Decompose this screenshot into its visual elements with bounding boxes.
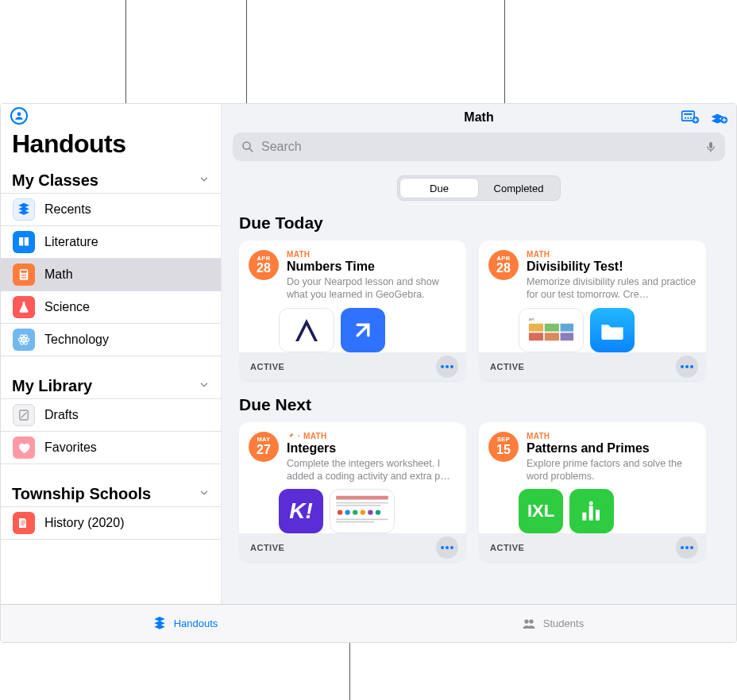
- card-subject: · MATH: [287, 432, 457, 440]
- svg-point-57: [685, 546, 689, 549]
- svg-rect-38: [336, 496, 388, 500]
- svg-point-9: [23, 339, 25, 341]
- sidebar-item-math[interactable]: Math: [1, 259, 221, 291]
- sidebar-item-favorites[interactable]: Favorites: [1, 432, 221, 464]
- history-icon: [13, 512, 35, 534]
- svg-point-16: [685, 117, 686, 119]
- svg-point-56: [681, 546, 684, 549]
- svg-point-6: [21, 277, 23, 279]
- more-button[interactable]: [436, 537, 458, 559]
- section-title-due-today: Due Today: [239, 213, 723, 233]
- section-header-my-library[interactable]: My Library: [1, 375, 221, 399]
- heart-icon: [13, 437, 35, 459]
- more-button[interactable]: [676, 537, 698, 559]
- mic-icon[interactable]: [704, 140, 717, 154]
- card-footer: ACTIVE: [239, 533, 466, 562]
- search-input[interactable]: [261, 140, 698, 154]
- svg-point-55: [589, 502, 593, 506]
- sidebar-item-science[interactable]: Science: [1, 291, 221, 324]
- pin-icon: [287, 432, 295, 440]
- svg-point-8: [25, 277, 26, 279]
- svg-point-18: [690, 117, 692, 119]
- card-footer: ACTIVE: [479, 352, 706, 381]
- svg-rect-33: [545, 333, 559, 340]
- atom-icon: [13, 329, 35, 351]
- svg-rect-40: [336, 505, 380, 506]
- sidebar-item-literature[interactable]: Literature: [1, 226, 221, 259]
- svg-rect-47: [336, 519, 388, 521]
- svg-point-51: [450, 546, 453, 549]
- section-header-my-classes[interactable]: My Classes: [1, 170, 221, 194]
- svg-point-60: [529, 619, 533, 623]
- svg-point-44: [361, 510, 365, 514]
- svg-point-0: [17, 112, 21, 116]
- section-header-township-schools[interactable]: Township Schools: [1, 483, 221, 507]
- svg-point-3: [21, 275, 23, 276]
- card-status: ACTIVE: [490, 362, 524, 371]
- sidebar-item-technology[interactable]: Technology: [1, 324, 221, 356]
- handout-card[interactable]: APR 28 MATH Divisibility Test! Memorize …: [479, 240, 706, 381]
- main-panel: Math Due Completed Due Today: [222, 104, 736, 642]
- sidebar-item-label: Science: [44, 300, 90, 314]
- doc-thumbnail: [330, 489, 395, 533]
- more-button[interactable]: [436, 356, 458, 378]
- app-thumbnail: [569, 489, 614, 533]
- svg-rect-22: [709, 142, 712, 148]
- header-actions: [679, 107, 730, 126]
- date-badge: APR 28: [488, 250, 519, 280]
- svg-point-5: [25, 275, 26, 276]
- date-badge: SEP 15: [488, 432, 519, 462]
- svg-point-43: [353, 510, 357, 514]
- sidebar-item-label: Drafts: [44, 408, 79, 422]
- svg-rect-15: [684, 113, 692, 115]
- card-thumbnails: API: [479, 308, 706, 352]
- tab-handouts[interactable]: Handouts: [1, 605, 368, 642]
- tab-label: Handouts: [174, 617, 218, 629]
- more-button[interactable]: [676, 356, 698, 378]
- cards-due-next: MAY 27 · MATH Integers Complete the inte…: [239, 422, 723, 563]
- person-icon: [14, 110, 25, 121]
- svg-point-35: [681, 365, 684, 368]
- card-status: ACTIVE: [250, 543, 284, 552]
- sidebar-item-label: Recents: [44, 202, 91, 217]
- svg-point-42: [345, 510, 349, 514]
- content-scroll[interactable]: Due Today APR 28 MATH Numbers Time Do yo…: [222, 204, 736, 642]
- svg-point-50: [446, 546, 449, 549]
- svg-rect-30: [545, 323, 559, 331]
- card-status: ACTIVE: [250, 362, 284, 371]
- app-thumbnail: [279, 308, 334, 352]
- segment-due[interactable]: Due: [399, 178, 479, 198]
- sidebar: Handouts My Classes Recents Literature M…: [1, 104, 222, 642]
- svg-rect-32: [529, 333, 543, 340]
- handout-card[interactable]: SEP 15 MATH Patterns and Primes Explore …: [479, 422, 706, 563]
- sidebar-item-recents[interactable]: Recents: [1, 194, 221, 226]
- app-thumbnail: K!: [279, 489, 323, 533]
- draft-icon: [13, 404, 35, 426]
- page-title: Math: [464, 110, 493, 125]
- tab-students[interactable]: Students: [368, 605, 736, 642]
- segment-completed[interactable]: Completed: [479, 178, 558, 198]
- svg-point-37: [690, 365, 693, 368]
- sidebar-item-drafts[interactable]: Drafts: [1, 399, 221, 432]
- date-badge: MAY 27: [249, 432, 279, 462]
- students-icon: [521, 617, 537, 631]
- date-badge: APR 28: [249, 250, 279, 280]
- section-title-due-next: Due Next: [239, 395, 723, 414]
- card-description: Complete the integers worksheet. I added…: [287, 457, 457, 483]
- calculator-icon: [13, 263, 35, 286]
- handout-card[interactable]: MAY 27 · MATH Integers Complete the inte…: [239, 422, 466, 563]
- flask-icon: [13, 296, 35, 318]
- card-thumbnails: [239, 308, 466, 352]
- library-button[interactable]: [708, 107, 730, 126]
- sidebar-item-history[interactable]: History (2020): [1, 507, 221, 540]
- svg-rect-53: [589, 506, 593, 520]
- handout-card[interactable]: APR 28 MATH Numbers Time Do your Nearpod…: [239, 240, 466, 381]
- recents-icon: [13, 198, 35, 221]
- tab-bar: Handouts Students: [1, 604, 736, 642]
- search-bar[interactable]: [233, 133, 725, 161]
- svg-rect-48: [336, 521, 374, 523]
- add-class-button[interactable]: [679, 107, 701, 126]
- svg-rect-52: [582, 513, 586, 521]
- sidebar-item-label: History (2020): [44, 516, 124, 530]
- profile-avatar[interactable]: [10, 107, 28, 125]
